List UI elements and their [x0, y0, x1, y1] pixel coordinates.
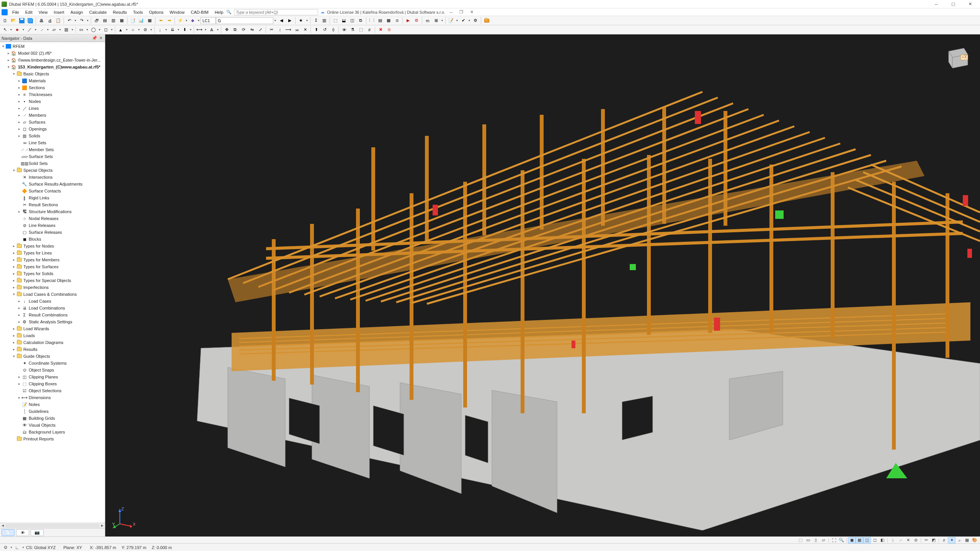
rect-dd[interactable]: ▼ — [85, 28, 89, 31]
tree-item[interactable]: ✂Result Sections — [1, 201, 105, 208]
local-button[interactable]: ⟐ — [956, 537, 963, 543]
render-trans-button[interactable]: ◫ — [863, 537, 871, 543]
nav-data-button[interactable]: 📑 — [129, 16, 137, 25]
tree-item[interactable]: 👁Visual Objects — [1, 422, 105, 429]
design-button[interactable]: ◆ — [188, 16, 197, 25]
tool-a-button[interactable]: ⬚ — [331, 16, 340, 25]
select-special-button[interactable]: ⬚ — [357, 26, 365, 34]
clip-button[interactable]: ✂ — [922, 537, 930, 543]
tree-folder[interactable]: Types for Members — [1, 256, 105, 263]
show-results-button[interactable]: ▥ — [320, 16, 328, 25]
doc-close-button[interactable]: ✕ — [468, 10, 476, 15]
delete-button[interactable]: ⊘ — [385, 26, 393, 34]
solid-button[interactable]: ▥ — [62, 26, 70, 34]
tool-c-button[interactable]: ◫ — [348, 16, 356, 25]
join-button[interactable]: ⫘ — [292, 26, 301, 34]
tree-guide[interactable]: Guide Objects — [1, 353, 105, 360]
load-line-button[interactable]: ⇊ — [168, 26, 176, 34]
rect-button[interactable]: ▭ — [77, 26, 85, 34]
render-hidden-button[interactable]: ◻ — [871, 537, 879, 543]
tree-item[interactable]: ○Nodal Releases — [1, 215, 105, 222]
hinge-button[interactable]: ○ — [129, 26, 137, 34]
tree-item[interactable]: ⟋⟋Member Sets — [1, 146, 105, 153]
menu-calculate[interactable]: Calculate — [86, 9, 110, 15]
numbering-button[interactable]: # — [365, 26, 374, 34]
open-button[interactable]: 📂 — [9, 16, 18, 25]
menu-help[interactable]: Help — [212, 9, 227, 15]
load-line-dd[interactable]: ▼ — [176, 28, 180, 31]
clipboard-button[interactable]: 📋 — [54, 16, 62, 25]
units-button[interactable]: m — [423, 16, 432, 25]
notes-button[interactable]: 📝 — [447, 16, 455, 25]
save-all-button[interactable] — [26, 16, 34, 25]
loadcase-next-button[interactable]: ➡ — [165, 16, 173, 25]
solid-dd[interactable]: ▼ — [70, 28, 74, 31]
surface-dd[interactable]: ▼ — [58, 28, 62, 31]
tab-button[interactable]: ▦ — [118, 16, 126, 25]
split-button[interactable]: ⟠ — [329, 26, 337, 34]
text-dd[interactable]: ▼ — [216, 28, 220, 31]
tree-item[interactable]: ▱Surfaces — [1, 119, 105, 126]
close-button[interactable]: ✕ — [962, 0, 978, 8]
app-menu-icon[interactable] — [2, 9, 8, 15]
tree-folder[interactable]: Load Wizards — [1, 325, 105, 332]
color-button[interactable]: 🎨 — [971, 537, 978, 543]
text-button[interactable]: A — [207, 26, 216, 34]
circle-button[interactable]: ◯ — [89, 26, 98, 34]
view-x-button[interactable]: ▭ — [804, 537, 812, 543]
member-dd[interactable]: ▼ — [46, 28, 50, 31]
ortho-button[interactable]: ∟ — [13, 544, 21, 551]
navigator-header[interactable]: Navigator - Data 📌 ✕ — [0, 34, 105, 42]
loadcase-code-input[interactable] — [201, 17, 216, 24]
nav-display-button[interactable]: 📊 — [137, 16, 145, 25]
lc-prev-button[interactable]: ◀ — [277, 16, 286, 25]
release-dd[interactable]: ▼ — [149, 28, 153, 31]
support-dd[interactable]: ▼ — [125, 28, 129, 31]
filter3-button[interactable]: ✕ — [904, 537, 912, 543]
menu-window[interactable]: Window — [167, 9, 188, 15]
navigator-tree[interactable]: RFEM 🏠Model 002 (2).rf6* 🏠©www.timberdes… — [0, 42, 105, 523]
snap-button[interactable]: ⊙ — [2, 544, 9, 551]
tree-item[interactable]: ◼Blocks — [1, 236, 105, 243]
filter1-button[interactable]: ⟊ — [889, 537, 897, 543]
tree-item[interactable]: ▢Surface Releases — [1, 229, 105, 236]
tree-item[interactable]: ☑Object Selections — [1, 387, 105, 394]
filter4-button[interactable]: ⊘ — [912, 537, 920, 543]
tree-item[interactable]: ⟋Members — [1, 112, 105, 119]
num-button[interactable]: # — [940, 537, 948, 543]
release-button[interactable]: ⊘ — [141, 26, 149, 34]
tree-item[interactable]: 📝Notes — [1, 401, 105, 408]
view-y-button[interactable]: ▯ — [812, 537, 820, 543]
tree-item[interactable]: ↓Load Cases — [1, 298, 105, 305]
tree-item[interactable]: ✕Intersections — [1, 174, 105, 181]
tree-item[interactable]: ┊Guidelines — [1, 408, 105, 415]
new-button[interactable]: 🗋 — [1, 16, 9, 25]
calc-settings-button[interactable]: ⚙ — [412, 16, 421, 25]
tree-root[interactable]: RFEM — [1, 43, 105, 50]
tree-folder[interactable]: Types for Solids — [1, 270, 105, 277]
tree-item[interactable]: ◫Clipping Planes — [1, 373, 105, 380]
tree-item[interactable]: ⊘Line Releases — [1, 222, 105, 229]
hinge-dd[interactable]: ▼ — [137, 28, 141, 31]
support-button[interactable]: ▲ — [116, 26, 125, 34]
doc-restore-button[interactable]: ❐ — [457, 10, 466, 15]
tree-special[interactable]: Special Objects — [1, 167, 105, 174]
tree-basic[interactable]: Basic Objects — [1, 70, 105, 77]
axis-gizmo[interactable]: X Y Z — [112, 507, 135, 530]
tree-item[interactable]: ‖Rigid Links — [1, 194, 105, 201]
view-iso-button[interactable]: ⬚ — [797, 537, 804, 543]
tree-item[interactable]: 🟧Sections — [1, 84, 105, 91]
tree-item[interactable]: 🏗Structure Modifications — [1, 208, 105, 215]
dim-dd[interactable]: ▼ — [204, 28, 207, 31]
tool-f-button[interactable]: ▤ — [376, 16, 384, 25]
menu-edit[interactable]: Edit — [22, 9, 36, 15]
menu-tools[interactable]: Tools — [130, 9, 146, 15]
tree-model-1[interactable]: 🏠©www.timberdesign.cz_Ester-Tower-in-Jer… — [1, 57, 105, 64]
render-shade-button[interactable]: ◧ — [879, 537, 886, 543]
revolve-button[interactable]: ↺ — [320, 26, 329, 34]
navigator-hscroll[interactable]: ◀ ▶ — [0, 523, 105, 528]
node-dd[interactable]: ▼ — [21, 28, 25, 31]
tree-item[interactable]: 🔧Surface Results Adjustments — [1, 181, 105, 187]
tree-item[interactable]: ▥▥Solid Sets — [1, 160, 105, 167]
tile-h-button[interactable]: ▤ — [101, 16, 109, 25]
